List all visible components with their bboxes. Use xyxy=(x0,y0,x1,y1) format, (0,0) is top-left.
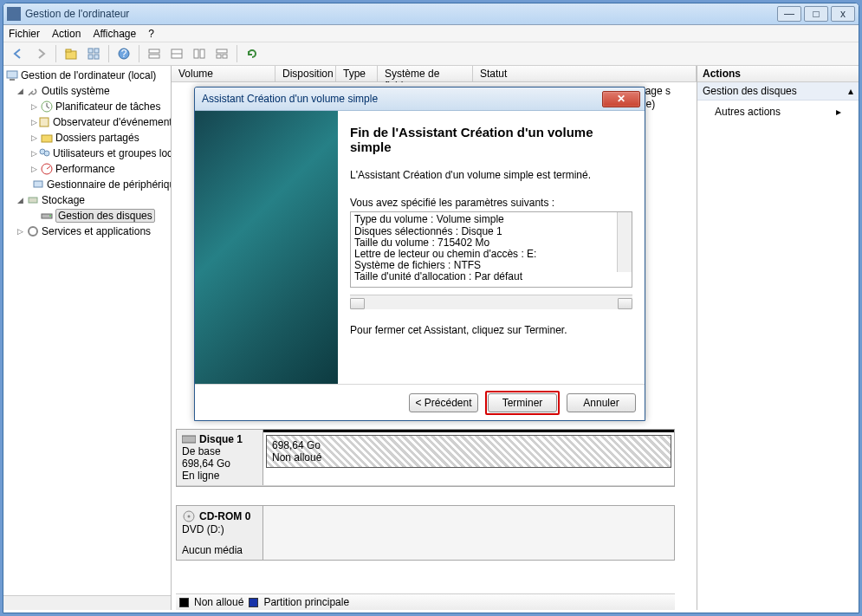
summary-vscroll[interactable] xyxy=(617,212,632,272)
wizard-done-text: L'Assistant Création d'un volume simple … xyxy=(350,168,632,182)
tree-services[interactable]: ▷Services et applications xyxy=(3,224,171,239)
disk-icon xyxy=(182,434,196,444)
svg-rect-4 xyxy=(88,55,93,59)
actions-diskmgmt[interactable]: Gestion des disques▴ xyxy=(697,82,859,101)
view1-button[interactable] xyxy=(145,44,164,63)
legend-unalloc-swatch xyxy=(179,598,189,607)
back-button[interactable] xyxy=(9,44,28,63)
disk-1-unallocated[interactable]: 698,64 Go Non alloué xyxy=(266,435,671,468)
svg-rect-8 xyxy=(149,49,159,53)
svg-rect-26 xyxy=(29,198,37,203)
view4-button[interactable] xyxy=(212,44,231,63)
svg-rect-15 xyxy=(217,55,221,58)
col-fs[interactable]: Système de fichiers xyxy=(378,66,473,81)
help-button[interactable]: ? xyxy=(114,44,133,63)
svg-point-23 xyxy=(44,151,49,156)
col-layout[interactable]: Disposition xyxy=(275,66,336,81)
col-volume[interactable]: Volume xyxy=(172,66,275,81)
actions-other[interactable]: Autres actions▸ xyxy=(697,101,859,123)
toolbar: ? xyxy=(3,42,859,66)
summary-hscroll[interactable] xyxy=(350,295,632,309)
wizard-buttons: < Précédent Terminer Annuler xyxy=(195,384,645,420)
tree-systools[interactable]: ◢ Outils système xyxy=(3,83,171,99)
svg-rect-16 xyxy=(223,55,227,58)
tree-perf[interactable]: ▷Performance xyxy=(3,161,171,177)
users-icon xyxy=(37,146,51,160)
tree-scheduler[interactable]: ▷Planificateur de tâches xyxy=(3,99,171,114)
svg-rect-5 xyxy=(94,55,99,59)
actions-header: Actions xyxy=(697,66,859,82)
menu-help[interactable]: ? xyxy=(148,28,154,40)
cancel-button[interactable]: Annuler xyxy=(567,393,636,412)
svg-rect-2 xyxy=(88,49,93,53)
tree-pane: Gestion de l'ordinateur (local) ◢ Outils… xyxy=(3,66,172,610)
volume-columns: Volume Disposition Type Système de fichi… xyxy=(172,66,697,82)
svg-rect-14 xyxy=(217,49,227,53)
tree-users[interactable]: ▷Utilisateurs et groupes locaux xyxy=(3,146,171,161)
finish-highlight: Terminer xyxy=(485,391,560,415)
collapse-icon: ▴ xyxy=(848,85,853,97)
folder-icon xyxy=(40,131,54,145)
svg-rect-17 xyxy=(7,71,17,78)
device-icon xyxy=(31,178,45,191)
forward-button[interactable] xyxy=(31,44,50,63)
menu-view[interactable]: Affichage xyxy=(93,28,136,40)
legend-unalloc-label: Non alloué xyxy=(194,596,243,608)
cdrom-info[interactable]: CD-ROM 0 DVD (D:) Aucun média xyxy=(177,506,263,560)
tree-hscroll[interactable] xyxy=(3,595,171,610)
menubar: Fichier Action Affichage ? xyxy=(3,25,859,42)
close-button[interactable]: x xyxy=(831,6,855,22)
tree-shared[interactable]: ▷Dossiers partagés xyxy=(3,130,171,146)
svg-text:?: ? xyxy=(121,48,127,60)
svg-rect-9 xyxy=(149,55,159,58)
view3-button[interactable] xyxy=(190,44,209,63)
minimize-button[interactable]: — xyxy=(777,6,801,22)
cdrom-icon xyxy=(182,509,196,523)
previous-button[interactable]: < Précédent xyxy=(409,393,478,412)
svg-rect-25 xyxy=(34,181,42,187)
tools-icon xyxy=(26,84,40,98)
wizard-dialog: Assistant Création d'un volume simple ✕ … xyxy=(194,87,645,421)
svg-point-32 xyxy=(188,515,191,518)
perf-icon xyxy=(40,162,54,176)
storage-icon xyxy=(26,193,40,207)
actions-pane: Actions Gestion des disques▴ Autres acti… xyxy=(697,66,859,610)
col-type[interactable]: Type xyxy=(336,66,378,81)
legend: Non alloué Partition principale xyxy=(176,593,675,610)
legend-primary-swatch xyxy=(249,598,258,607)
app-icon xyxy=(7,7,21,21)
wizard-titlebar[interactable]: Assistant Création d'un volume simple ✕ xyxy=(195,88,645,111)
wizard-summary: Type du volume : Volume simple Disques s… xyxy=(350,211,632,288)
menu-file[interactable]: Fichier xyxy=(9,28,40,40)
view2-button[interactable] xyxy=(167,44,186,63)
svg-point-28 xyxy=(49,215,51,217)
col-status[interactable]: Statut xyxy=(473,66,697,81)
disk-1-info[interactable]: Disque 1 De base 698,64 Go En ligne xyxy=(177,430,263,485)
wizard-params-intro: Vous avez spécifié les paramètres suivan… xyxy=(350,196,632,210)
wizard-close-button[interactable]: ✕ xyxy=(602,91,640,107)
svg-rect-20 xyxy=(40,118,49,126)
tree-devmgr[interactable]: Gestionnaire de périphériques xyxy=(3,177,171,192)
tree-eventviewer[interactable]: ▷Observateur d'événements xyxy=(3,114,171,130)
svg-rect-13 xyxy=(200,49,204,58)
event-icon xyxy=(37,115,51,129)
svg-rect-21 xyxy=(42,135,52,142)
tree-diskmgmt[interactable]: Gestion des disques xyxy=(3,208,171,224)
menu-action[interactable]: Action xyxy=(52,28,81,40)
up-button[interactable] xyxy=(62,44,81,63)
titlebar[interactable]: Gestion de l'ordinateur — □ x xyxy=(3,3,859,25)
svg-rect-1 xyxy=(66,49,71,52)
wizard-close-instr: Pour fermer cet Assistant, cliquez sur T… xyxy=(350,323,632,337)
wizard-heading: Fin de l'Assistant Création d'un volume … xyxy=(350,125,632,154)
tree-storage[interactable]: ◢Stockage xyxy=(3,192,171,208)
svg-rect-3 xyxy=(94,49,99,53)
maximize-button[interactable]: □ xyxy=(804,6,828,22)
properties-button[interactable] xyxy=(84,44,103,63)
clock-icon xyxy=(40,100,54,113)
disk-1-panel: Disque 1 De base 698,64 Go En ligne 698,… xyxy=(176,429,675,487)
window-title: Gestion de l'ordinateur xyxy=(25,8,777,20)
refresh-button[interactable] xyxy=(243,44,262,63)
finish-button[interactable]: Terminer xyxy=(488,393,557,412)
computer-icon xyxy=(5,68,19,82)
tree-root[interactable]: Gestion de l'ordinateur (local) xyxy=(3,68,171,83)
